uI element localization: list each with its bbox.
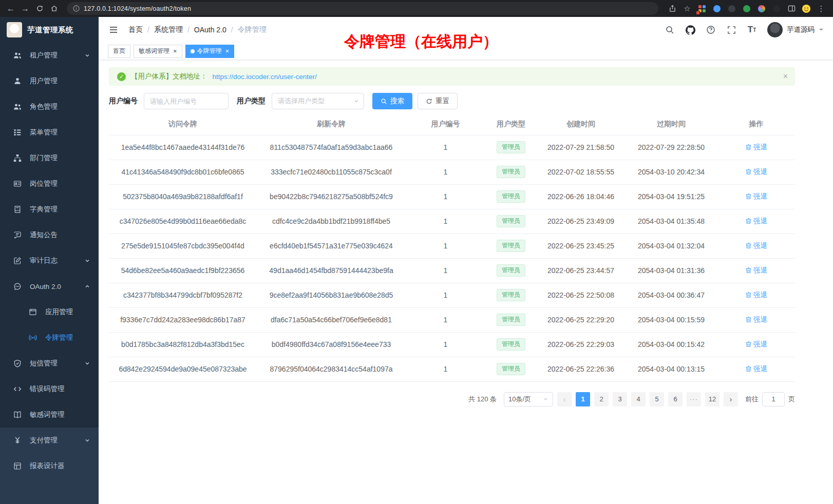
app-logo-row[interactable]: 芋道管理系统 (0, 17, 99, 43)
page-size-select[interactable]: 10条/页 (504, 392, 553, 406)
sidebar-item-sms[interactable]: 短信管理 (0, 351, 99, 376)
chat-icon (13, 282, 22, 290)
force-logout-label: 强退 (753, 340, 767, 349)
force-logout-button[interactable]: 强退 (745, 241, 767, 250)
sidebar-item-notice[interactable]: 通知公告 (0, 222, 99, 248)
breadcrumb-item[interactable]: 系统管理 (154, 25, 183, 34)
force-logout-button[interactable]: 强退 (745, 143, 767, 152)
pagination-page-3[interactable]: 3 (613, 392, 627, 406)
pagination-page-5[interactable]: 5 (650, 392, 664, 406)
breadcrumb-separator: / (231, 26, 233, 34)
pagination-page-4[interactable]: 4 (631, 392, 646, 406)
force-logout-button[interactable]: 强退 (745, 315, 767, 324)
share-icon[interactable] (668, 4, 677, 13)
tab-close-icon[interactable]: × (225, 48, 230, 54)
extension-icon[interactable] (697, 4, 707, 13)
idcard-icon (13, 180, 22, 188)
shield-icon (13, 359, 22, 367)
screen: ← → 127.0.0.1:1024/system/oauth2/token ☆ (0, 0, 833, 504)
browser-back-button[interactable]: ← (4, 2, 17, 15)
refresh-token-cell: 49d1aa46d1454fbd87591444423be9fa (257, 258, 406, 283)
access-token-cell: f9336e7c7dd242a283ee98dc86b17a87 (109, 307, 257, 332)
user-id-label: 用户编号 (109, 96, 138, 106)
sidebar-item-tenant[interactable]: 租户管理 (0, 43, 99, 68)
list-icon (13, 128, 22, 137)
force-logout-button[interactable]: 强退 (745, 192, 767, 201)
sidebar-item-menu[interactable]: 菜单管理 (0, 120, 99, 145)
sidebar-item-app[interactable]: 应用管理 (0, 299, 99, 325)
action-cell: 强退 (717, 209, 795, 234)
split-view-icon[interactable] (787, 4, 796, 13)
browser-profile-avatar[interactable] (802, 4, 811, 13)
sidebar-item-token[interactable]: 令牌管理 (0, 325, 99, 351)
menu-collapse-icon[interactable] (108, 24, 119, 35)
extension-dark-icon[interactable] (727, 4, 736, 13)
search-icon[interactable] (665, 25, 675, 35)
browser-forward-button[interactable]: → (18, 2, 32, 15)
extension-blue-icon[interactable] (712, 4, 722, 13)
help-icon[interactable] (706, 25, 716, 35)
user-type-select[interactable]: 请选择用户类型 (272, 93, 364, 109)
sidebar-item-label: 应用管理 (45, 307, 73, 317)
breadcrumb-item[interactable]: OAuth 2.0 (194, 26, 226, 34)
force-logout-button[interactable]: 强退 (745, 167, 767, 177)
user-type-cell: 管理员 (485, 160, 537, 184)
sidebar-item-errcode[interactable]: 错误码管理 (0, 376, 99, 402)
sidebar-item-sensitive[interactable]: 敏感词管理 (0, 402, 99, 428)
sidebar-item-report[interactable]: 报表设计器 (0, 453, 99, 479)
force-logout-button[interactable]: 强退 (745, 266, 767, 275)
caret-down-icon (819, 27, 824, 32)
sidebar-item-role[interactable]: 角色管理 (0, 94, 99, 120)
extension-paw-icon[interactable] (772, 4, 781, 13)
alert-doc-link[interactable]: https://doc.iocoder.cn/user-center/ (213, 73, 317, 81)
github-icon[interactable] (685, 25, 695, 35)
site-info-icon[interactable] (73, 5, 80, 12)
browser-menu-icon[interactable]: ⋮ (817, 4, 826, 13)
extension-green-icon[interactable] (742, 4, 751, 13)
grid-icon (13, 462, 22, 470)
goto-page-input[interactable] (762, 392, 785, 406)
fullscreen-icon[interactable] (726, 25, 736, 35)
browser-reload-button[interactable] (33, 2, 46, 15)
sidebar-item-pay[interactable]: 支付管理 (0, 428, 99, 453)
tab-token[interactable]: 令牌管理× (185, 45, 235, 58)
breadcrumb-item[interactable]: 首页 (128, 25, 143, 34)
tab-sensitive-words[interactable]: 敏感词管理× (134, 45, 182, 58)
action-cell: 强退 (717, 135, 795, 160)
sidebar-item-dept[interactable]: 部门管理 (0, 145, 99, 171)
sidebar-item-oauth2[interactable]: OAuth 2.0 (0, 274, 99, 299)
browser-home-button[interactable] (47, 2, 61, 15)
extension-pinwheel-icon[interactable] (757, 4, 766, 13)
sidebar-item-user[interactable]: 用户管理 (0, 68, 99, 94)
sidebar-item-label: 支付管理 (30, 436, 58, 445)
chevron-down-icon (84, 360, 90, 366)
tab-home[interactable]: 首页 (108, 45, 130, 58)
force-logout-button[interactable]: 强退 (745, 217, 767, 226)
sidebar-item-post[interactable]: 岗位管理 (0, 171, 99, 197)
sidebar-item-dict[interactable]: 字典管理 (0, 197, 99, 222)
pagination-page-2[interactable]: 2 (594, 392, 609, 406)
tab-close-icon[interactable]: × (173, 48, 177, 54)
pagination-more-button[interactable]: ··· (687, 392, 701, 406)
alert-close-icon[interactable]: × (783, 72, 788, 81)
user-menu[interactable]: 芋道源码 (767, 22, 824, 37)
bookmark-star-icon[interactable]: ☆ (683, 4, 692, 13)
force-logout-button[interactable]: 强退 (745, 290, 767, 300)
reset-button[interactable]: 重置 (418, 93, 458, 109)
pagination-page-6[interactable]: 6 (668, 392, 683, 406)
font-size-icon[interactable]: TT (747, 25, 757, 35)
column-header: 刷新令牌 (257, 113, 406, 135)
pagination-next-button[interactable]: › (724, 392, 738, 406)
pagination-page-1[interactable]: 1 (576, 392, 590, 406)
force-logout-button[interactable]: 强退 (745, 364, 767, 374)
user-avatar (767, 22, 783, 37)
user-id-input[interactable] (144, 93, 229, 109)
force-logout-button[interactable]: 强退 (745, 340, 767, 349)
pagination-prev-button[interactable]: ‹ (557, 392, 572, 406)
force-logout-label: 强退 (753, 217, 767, 226)
expire-time-cell: 2022-07-29 22:28:50 (625, 135, 717, 160)
pagination-page-12[interactable]: 12 (705, 392, 720, 406)
sidebar-item-audit[interactable]: 审计日志 (0, 248, 99, 274)
browser-url-bar[interactable]: 127.0.0.1:1024/system/oauth2/token (67, 2, 658, 15)
search-button[interactable]: 搜索 (372, 93, 412, 109)
